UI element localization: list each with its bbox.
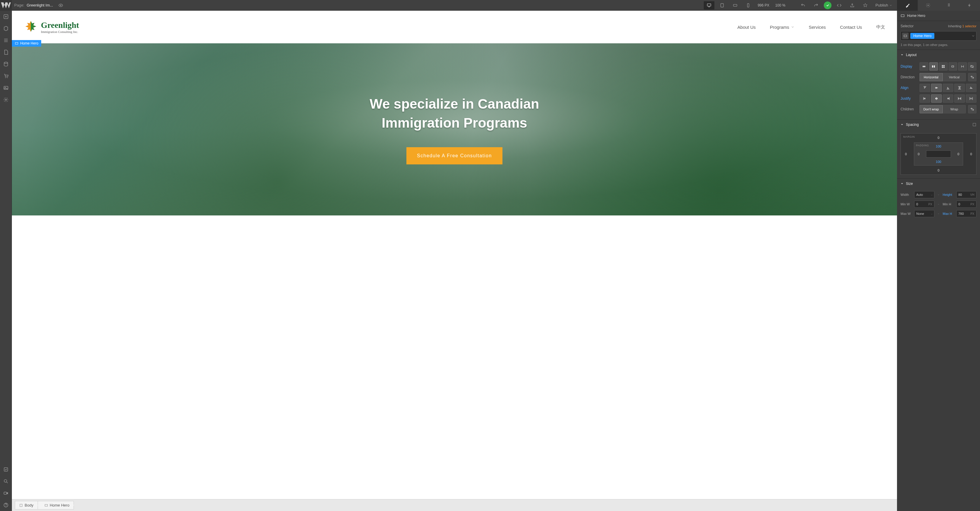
publish-button[interactable]: Publish <box>873 3 895 7</box>
svg-rect-18 <box>20 504 22 506</box>
desktop-breakpoint[interactable] <box>704 1 714 10</box>
video-button[interactable] <box>0 487 12 499</box>
margin-left[interactable]: 0 <box>905 152 907 156</box>
max-w-input[interactable]: None‑ <box>914 210 934 217</box>
direction-horizontal[interactable]: Horizontal <box>920 73 943 81</box>
svg-rect-19 <box>45 505 48 506</box>
code-button[interactable] <box>834 1 845 10</box>
svg-rect-21 <box>901 15 904 17</box>
selector-input[interactable]: Home Hero <box>900 31 977 41</box>
mobile-landscape-breakpoint[interactable] <box>730 1 740 10</box>
layout-section-header[interactable]: Layout <box>897 50 980 60</box>
states-icon[interactable] <box>902 33 908 39</box>
export-button[interactable] <box>847 1 858 10</box>
chevron-down-icon[interactable] <box>971 34 975 38</box>
site-header[interactable]: Greenlight Immigration Consulting Inc. A… <box>12 11 897 43</box>
align-center[interactable] <box>931 84 942 92</box>
justify-between[interactable] <box>954 94 965 103</box>
help-button[interactable] <box>0 499 12 511</box>
max-h-input[interactable]: 780PX <box>956 210 977 217</box>
search-button[interactable] <box>0 475 12 487</box>
selector-inheriting[interactable]: Inheriting 1 selector <box>948 24 977 28</box>
display-block[interactable] <box>920 62 928 70</box>
add-element-button[interactable] <box>0 11 12 22</box>
undo-button[interactable] <box>798 1 808 10</box>
size-section-header[interactable]: Size <box>897 179 980 189</box>
svg-point-3 <box>7 77 7 78</box>
margin-top[interactable]: 0 <box>938 136 939 139</box>
nav-services[interactable]: Services <box>809 25 826 30</box>
mobile-portrait-breakpoint[interactable] <box>743 1 754 10</box>
justify-center[interactable] <box>931 94 942 103</box>
site-logo[interactable]: Greenlight Immigration Consulting Inc. <box>24 20 79 34</box>
zoom-level[interactable]: 100 % <box>773 3 787 7</box>
align-end[interactable] <box>943 84 953 92</box>
padding-bottom[interactable]: 100 <box>936 160 941 163</box>
nav-chinese[interactable]: 中文 <box>876 24 885 30</box>
children-nowrap[interactable]: Don't wrap <box>920 105 943 113</box>
align-baseline[interactable] <box>966 84 977 92</box>
children-reverse[interactable] <box>968 105 977 113</box>
webflow-logo[interactable] <box>0 0 12 11</box>
home-hero-section[interactable]: Home Hero We specialize in Canadian Immi… <box>12 43 897 216</box>
display-inline-block[interactable] <box>948 62 958 70</box>
children-label: Children <box>900 107 917 111</box>
hero-cta-button[interactable]: Schedule A Free Consultation <box>406 147 503 164</box>
selector-usage-note: 1 on this page, 1 on other pages. <box>897 43 980 50</box>
settings-tab[interactable] <box>918 0 939 11</box>
pages-button[interactable] <box>0 46 12 58</box>
hero-title[interactable]: We specialize in Canadian Immigration Pr… <box>370 94 539 133</box>
expand-icon[interactable] <box>972 123 977 127</box>
nav-programs[interactable]: Programs <box>770 25 794 30</box>
nav-contact[interactable]: Contact Us <box>840 25 862 30</box>
display-inline[interactable] <box>958 62 967 70</box>
viewport-width[interactable]: 996 PX <box>756 3 771 7</box>
audit-button[interactable] <box>0 463 12 475</box>
align-stretch[interactable] <box>954 84 965 92</box>
navigator-button[interactable] <box>0 34 12 46</box>
selector-label: Selector <box>900 24 913 28</box>
min-w-input[interactable]: 0PX <box>914 201 934 208</box>
audit-top-button[interactable] <box>860 1 870 10</box>
symbols-button[interactable] <box>0 22 12 34</box>
justify-around[interactable] <box>966 94 977 103</box>
redo-button[interactable] <box>811 1 821 10</box>
align-start[interactable] <box>920 84 930 92</box>
justify-start[interactable] <box>920 94 930 103</box>
svg-rect-25 <box>934 65 935 68</box>
crumb-home-hero[interactable]: Home Hero <box>38 501 74 509</box>
width-input[interactable]: Auto‑ <box>914 191 934 198</box>
crumb-body[interactable]: Body <box>15 501 38 509</box>
canvas[interactable]: Greenlight Immigration Consulting Inc. A… <box>12 11 897 511</box>
margin-bottom[interactable]: 0 <box>938 169 939 172</box>
preview-toggle[interactable] <box>56 1 66 10</box>
direction-vertical[interactable]: Vertical <box>943 73 966 81</box>
direction-reverse[interactable] <box>968 73 977 81</box>
padding-left[interactable]: 0 <box>918 152 920 156</box>
selector-chip[interactable]: Home Hero <box>910 33 934 39</box>
display-grid[interactable] <box>939 62 948 70</box>
page-name[interactable]: Greenlight Im... <box>27 3 53 7</box>
padding-top[interactable]: 100 <box>936 145 941 148</box>
ecommerce-button[interactable] <box>0 70 12 82</box>
tablet-breakpoint[interactable] <box>717 1 727 10</box>
min-h-input[interactable]: 0PX <box>956 201 977 208</box>
selection-tag[interactable]: Home Hero <box>12 40 41 46</box>
settings-button[interactable] <box>0 94 12 105</box>
style-manager-tab[interactable] <box>939 0 959 11</box>
nav-about[interactable]: About Us <box>738 25 756 30</box>
status-ok-icon[interactable] <box>824 2 832 9</box>
children-wrap[interactable]: Wrap <box>943 105 966 113</box>
cms-button[interactable] <box>0 58 12 70</box>
display-none[interactable] <box>968 62 977 70</box>
height-input[interactable]: 80VH <box>956 191 977 198</box>
style-tab[interactable] <box>897 0 918 11</box>
margin-right[interactable]: 0 <box>970 152 972 156</box>
display-flex[interactable] <box>929 62 938 70</box>
assets-button[interactable] <box>0 82 12 94</box>
spacing-section-header[interactable]: Spacing <box>897 120 980 130</box>
justify-end[interactable] <box>943 94 953 103</box>
interactions-tab[interactable] <box>959 0 980 11</box>
svg-rect-29 <box>943 67 944 68</box>
padding-right[interactable]: 0 <box>958 152 959 156</box>
